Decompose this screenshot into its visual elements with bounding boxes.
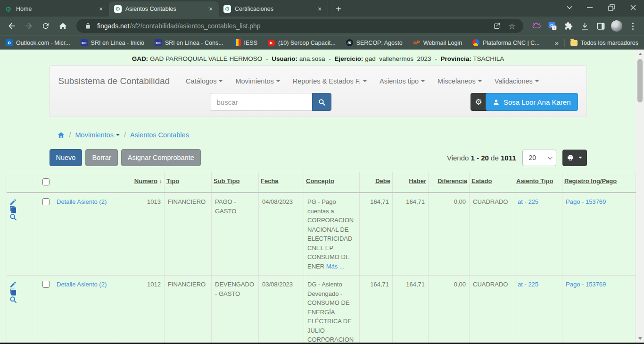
forward-button[interactable] xyxy=(22,19,36,33)
col-header-diferencia: Diferencia xyxy=(429,172,470,193)
row-checkbox[interactable] xyxy=(42,281,50,288)
delete-button[interactable]: Borrar xyxy=(85,149,117,166)
tab-close-icon[interactable]: × xyxy=(97,5,105,13)
scroll-down-arrow[interactable] xyxy=(636,335,644,343)
new-button[interactable]: Nuevo xyxy=(50,149,83,166)
registro-link[interactable]: Pago - 153769 xyxy=(566,281,606,288)
window-controls xyxy=(560,0,644,15)
window-menu-chevron-icon[interactable] xyxy=(560,0,579,15)
chevron-down-icon xyxy=(547,155,552,159)
bookmark-label: Webmail Login xyxy=(423,40,462,46)
cell-fecha: 03/08/2023 xyxy=(259,276,304,344)
breadcrumb-movimientos[interactable]: Movimientos xyxy=(75,131,120,139)
detail-link[interactable]: Detalle Asiento (2) xyxy=(57,198,107,205)
cell-subtipo: PAGO - GASTO xyxy=(212,193,259,276)
assign-receipt-button[interactable]: Asignar Comprobante xyxy=(121,149,201,166)
extensions-puzzle-icon[interactable] xyxy=(562,19,575,33)
reload-button[interactable] xyxy=(39,19,53,33)
scrollbar-thumb[interactable] xyxy=(637,59,643,102)
tab-close-icon[interactable]: × xyxy=(315,5,324,13)
user-name: Sosa Loor Ana Karen xyxy=(504,98,571,106)
menu-asientos-tipo[interactable]: Asientos tipo xyxy=(380,77,425,85)
edit-icon[interactable] xyxy=(9,198,17,206)
bookmark-webmail[interactable]: cP Webmail Login xyxy=(413,39,462,46)
window-restore-button[interactable] xyxy=(601,0,622,15)
col-header-haber: Haber xyxy=(393,172,429,193)
tab-title: Home xyxy=(16,6,97,12)
bookmark-plataforma-cnc[interactable]: Plataforma CNC | C... xyxy=(472,39,540,46)
more-link[interactable]: Más ... xyxy=(326,263,345,270)
bookmark-sri-inicio[interactable]: SRI SRI en Línea - Inicio xyxy=(81,39,144,46)
tab-title: Certificaciones xyxy=(235,6,315,12)
bookmark-sri-consultas[interactable]: SRI SRI en Línea - Cons... xyxy=(155,39,223,46)
scroll-up-arrow[interactable] xyxy=(636,50,644,58)
back-button[interactable] xyxy=(5,19,19,33)
menu-catalogos[interactable]: Catálogos xyxy=(186,77,223,85)
browser-menu-kebab-icon[interactable] xyxy=(626,19,639,33)
view-icon[interactable] xyxy=(9,296,17,303)
breadcrumb-asientos-contables[interactable]: Asientos Contables xyxy=(130,131,189,139)
url-domain: fingads.net xyxy=(97,22,130,30)
user-menu-button[interactable]: Sosa Loor Ana Karen xyxy=(486,93,578,111)
print-button[interactable] xyxy=(562,150,587,166)
asiento-tipo-link[interactable]: at - 225 xyxy=(518,198,538,205)
site-favicon-gear-icon: ⚙ xyxy=(5,5,12,13)
bookmark-sercop-capacitacion[interactable]: ▶ (10) Sercop Capacit... xyxy=(268,40,336,46)
col-header-detail xyxy=(53,172,119,193)
menu-reportes[interactable]: Reportes & Estados F. xyxy=(293,77,367,85)
copy-icon[interactable] xyxy=(9,288,17,296)
ejercicio-value: gad_vallehermos_2023 xyxy=(365,55,431,62)
side-panel-icon[interactable] xyxy=(594,19,607,33)
bookmark-outlook[interactable]: o Outlook.com - Micr... xyxy=(6,39,70,46)
bookmark-iess[interactable]: IESS xyxy=(234,39,258,46)
share-icon[interactable] xyxy=(491,20,503,32)
menu-validaciones[interactable]: Validaciones xyxy=(495,77,539,85)
vertical-scrollbar[interactable] xyxy=(636,50,644,344)
profile-avatar[interactable] xyxy=(610,19,623,33)
view-icon[interactable] xyxy=(9,213,17,221)
registro-link[interactable]: Pago - 153769 xyxy=(566,198,606,205)
gad-label: GAD: xyxy=(132,55,149,62)
extension-cloud-icon[interactable] xyxy=(530,19,543,33)
home-icon[interactable] xyxy=(57,131,65,139)
table-row: Detalle Asiento (2) 1013 FINANCIERO PAGO… xyxy=(7,193,636,276)
extension-translate-icon[interactable]: Gt xyxy=(546,19,559,33)
usuario-label: Usuario: xyxy=(272,55,297,62)
page-size-select[interactable]: 20 xyxy=(522,150,556,166)
detail-link[interactable]: Detalle Asiento (2) xyxy=(57,281,107,288)
tab-close-icon[interactable]: × xyxy=(206,5,215,13)
menu-movimientos[interactable]: Movimientos xyxy=(235,77,280,85)
new-tab-button[interactable]: + xyxy=(332,2,345,16)
printer-icon xyxy=(567,154,574,161)
chevron-down-icon xyxy=(478,80,482,82)
bookmark-sercop-agosto[interactable]: m SERCOP: Agosto xyxy=(346,39,403,46)
person-icon xyxy=(493,99,500,106)
all-bookmarks-button[interactable]: Todos los marcadores xyxy=(570,40,638,46)
page-content: GAD: GAD PARROQUIAL VALLE HERMOSO - Usua… xyxy=(0,50,636,344)
asiento-tipo-link[interactable]: at - 225 xyxy=(518,281,538,288)
search-button[interactable] xyxy=(312,93,331,111)
screen: { "browser": { "favicon_glyph": "⚙", "cl… xyxy=(0,0,644,344)
lock-icon xyxy=(82,20,93,32)
tab-certificaciones[interactable]: ⚙ Certificaciones × xyxy=(219,1,328,17)
breadcrumb: / Movimientos / Asientos Contables xyxy=(50,131,587,139)
tab-asientos-contables[interactable]: ⚙ Asientos Contables × xyxy=(109,1,219,17)
tab-bar: ⚙ Home × ⚙ Asientos Contables × ⚙ Certif… xyxy=(0,0,644,17)
copy-icon[interactable] xyxy=(9,206,17,213)
youtube-icon: ▶ xyxy=(268,40,275,46)
window-minimize-button[interactable] xyxy=(579,0,601,15)
menu-miscelaneos[interactable]: Miscelaneos xyxy=(438,77,482,85)
url-bar[interactable]: fingads.net /sf2/contabilidad/asientos_c… xyxy=(76,19,523,33)
bookmark-star-icon[interactable]: ☆ xyxy=(506,20,518,32)
cell-concepto: DG - Asiento Devengado - CONSUMO DE ENER… xyxy=(304,276,360,344)
bookmarks-overflow-button[interactable]: » xyxy=(555,39,559,47)
tab-home[interactable]: ⚙ Home × xyxy=(0,1,109,17)
search-input[interactable] xyxy=(211,93,312,111)
row-checkbox[interactable] xyxy=(42,198,50,205)
window-close-button[interactable] xyxy=(622,0,644,15)
downloads-icon[interactable] xyxy=(578,19,591,33)
select-all-checkbox[interactable] xyxy=(42,178,50,185)
home-button[interactable] xyxy=(56,19,70,33)
cell-concepto: PG - Pago cuentas a CORPORACION NACIONAL… xyxy=(304,193,360,276)
edit-icon[interactable] xyxy=(9,281,17,288)
